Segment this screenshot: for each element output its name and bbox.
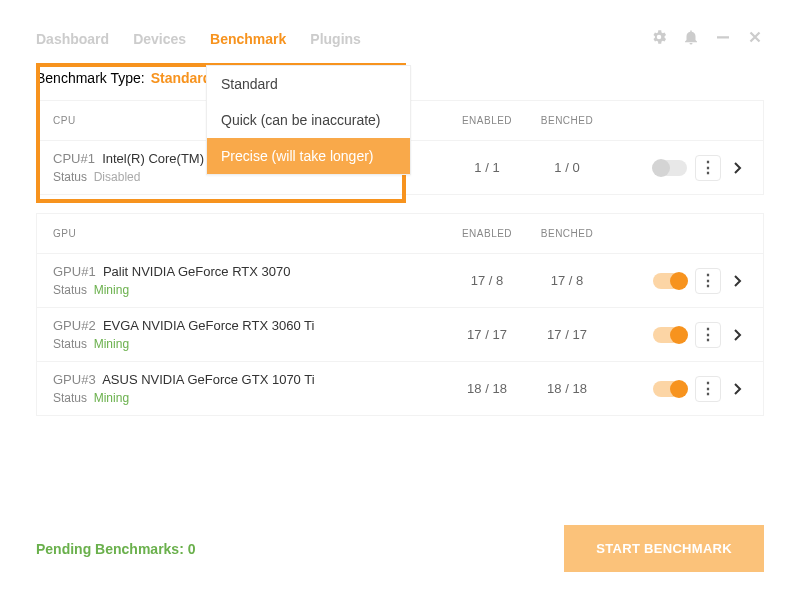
enabled-value: 17 / 17 xyxy=(447,327,527,342)
col-header-benched: BENCHED xyxy=(527,228,607,239)
close-icon[interactable] xyxy=(746,28,764,50)
status-label: Status xyxy=(53,283,87,297)
expand-icon[interactable] xyxy=(729,329,747,341)
device-row-gpu2: GPU#2 EVGA NVIDIA GeForce RTX 3060 Ti St… xyxy=(36,308,764,362)
device-name: EVGA NVIDIA GeForce RTX 3060 Ti xyxy=(103,318,314,333)
tab-benchmark[interactable]: Benchmark xyxy=(210,31,286,47)
device-name: Intel(R) Core(TM) i5 xyxy=(102,151,218,166)
device-toggle[interactable] xyxy=(653,381,687,397)
tab-plugins[interactable]: Plugins xyxy=(310,31,361,47)
topbar: Dashboard Devices Benchmark Plugins xyxy=(36,28,764,50)
tab-list: Dashboard Devices Benchmark Plugins xyxy=(36,31,361,47)
pending-benchmarks: Pending Benchmarks: 0 xyxy=(36,541,196,557)
enabled-value: 18 / 18 xyxy=(447,381,527,396)
device-id: GPU#3 xyxy=(53,372,96,387)
benchmark-type-value[interactable]: Standard xyxy=(151,70,212,86)
device-toggle[interactable] xyxy=(653,327,687,343)
device-row-gpu3: GPU#3 ASUS NVIDIA GeForce GTX 1070 Ti St… xyxy=(36,362,764,416)
dropdown-option-standard[interactable]: Standard xyxy=(207,66,410,102)
benched-value: 17 / 17 xyxy=(527,327,607,342)
col-header-benched: BENCHED xyxy=(527,115,607,126)
device-toggle[interactable] xyxy=(653,273,687,289)
benched-value: 1 / 0 xyxy=(527,160,607,175)
col-header-device: GPU xyxy=(53,228,447,239)
device-name: Palit NVIDIA GeForce RTX 3070 xyxy=(103,264,291,279)
tab-devices[interactable]: Devices xyxy=(133,31,186,47)
device-menu-button[interactable]: ⋮ xyxy=(695,155,721,181)
enabled-value: 17 / 8 xyxy=(447,273,527,288)
enabled-value: 1 / 1 xyxy=(447,160,527,175)
expand-icon[interactable] xyxy=(729,383,747,395)
benchmark-type-row: Benchmark Type: Standard Standard Quick … xyxy=(36,70,764,86)
svg-rect-0 xyxy=(717,36,729,38)
device-toggle[interactable] xyxy=(653,160,687,176)
device-id: GPU#2 xyxy=(53,318,96,333)
benched-value: 17 / 8 xyxy=(527,273,607,288)
status-label: Status xyxy=(53,170,87,184)
status-value: Disabled xyxy=(94,170,141,184)
device-name: ASUS NVIDIA GeForce GTX 1070 Ti xyxy=(102,372,314,387)
status-value: Mining xyxy=(94,391,129,405)
gear-icon[interactable] xyxy=(650,28,668,50)
benched-value: 18 / 18 xyxy=(527,381,607,396)
status-label: Status xyxy=(53,391,87,405)
dropdown-option-precise[interactable]: Precise (will take longer) xyxy=(207,138,410,174)
col-header-enabled: ENABLED xyxy=(447,115,527,126)
device-menu-button[interactable]: ⋮ xyxy=(695,268,721,294)
benchmark-type-dropdown[interactable]: Standard Quick (can be inaccurate) Preci… xyxy=(206,65,411,175)
benchmark-type-label: Benchmark Type: xyxy=(36,70,145,86)
device-row-gpu1: GPU#1 Palit NVIDIA GeForce RTX 3070 Stat… xyxy=(36,254,764,308)
minimize-icon[interactable] xyxy=(714,28,732,50)
device-menu-button[interactable]: ⋮ xyxy=(695,376,721,402)
gpu-section-header: GPU ENABLED BENCHED xyxy=(36,213,764,254)
status-value: Mining xyxy=(94,283,129,297)
device-id: GPU#1 xyxy=(53,264,96,279)
status-label: Status xyxy=(53,337,87,351)
bell-icon[interactable] xyxy=(682,28,700,50)
device-menu-button[interactable]: ⋮ xyxy=(695,322,721,348)
expand-icon[interactable] xyxy=(729,162,747,174)
col-header-enabled: ENABLED xyxy=(447,228,527,239)
status-value: Mining xyxy=(94,337,129,351)
device-id: CPU#1 xyxy=(53,151,95,166)
expand-icon[interactable] xyxy=(729,275,747,287)
tab-dashboard[interactable]: Dashboard xyxy=(36,31,109,47)
start-benchmark-button[interactable]: START BENCHMARK xyxy=(564,525,764,572)
dropdown-option-quick[interactable]: Quick (can be inaccurate) xyxy=(207,102,410,138)
